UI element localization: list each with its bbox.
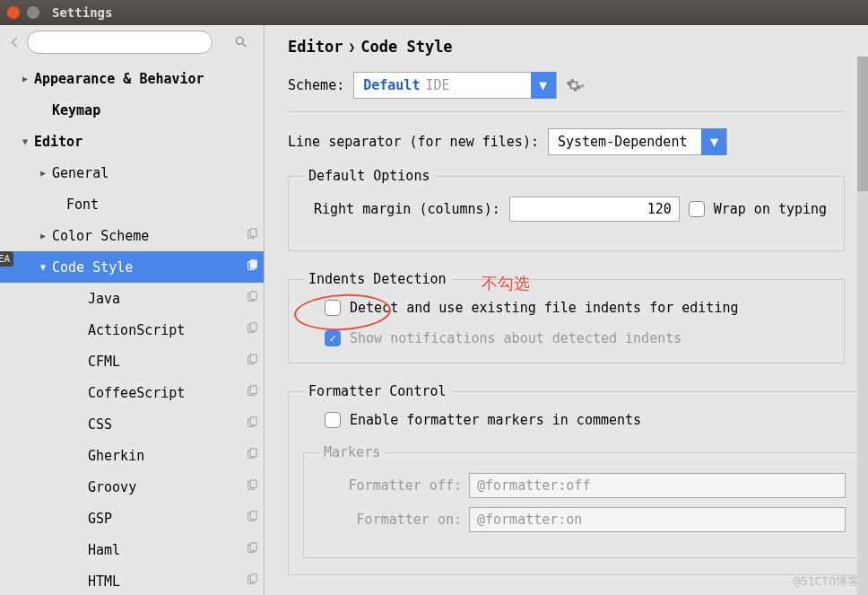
- tree-item-label: Editor: [34, 134, 258, 150]
- minimize-icon[interactable]: [27, 6, 39, 19]
- svg-point-0: [236, 37, 243, 44]
- svg-rect-15: [250, 416, 256, 424]
- tree-item-label: HTML: [88, 573, 246, 590]
- tree-item-java[interactable]: Java: [0, 283, 264, 314]
- search-input[interactable]: [27, 31, 213, 54]
- tree-item-gherkin[interactable]: Gherkin: [0, 440, 264, 471]
- tree-item-label: Code Style: [52, 259, 246, 276]
- chevron-down-icon[interactable]: ▼: [701, 128, 726, 155]
- formatter-off-input: [469, 473, 846, 498]
- search-icon: [235, 36, 247, 48]
- copy-icon: [246, 259, 258, 276]
- scheme-value: Default: [354, 77, 425, 93]
- formatter-off-label: Formatter off:: [318, 477, 462, 494]
- watermark: @51CTO博客: [794, 573, 859, 590]
- show-notifications-label: Show notifications about detected indent…: [350, 330, 681, 346]
- tree-item-general[interactable]: ▶General: [0, 157, 264, 188]
- copy-icon: [246, 479, 258, 495]
- tree-item-coffeescript[interactable]: CoffeeScript: [0, 377, 264, 408]
- right-margin-input[interactable]: [509, 197, 680, 222]
- right-margin-label: Right margin (columns):: [314, 201, 500, 217]
- tree-item-editor[interactable]: ▼Editor: [0, 126, 264, 157]
- tree-item-html[interactable]: HTML: [0, 565, 264, 595]
- ea-tag: EA: [0, 251, 13, 267]
- detect-indents-checkbox[interactable]: [325, 300, 341, 316]
- breadcrumb-parent: Editor: [288, 38, 343, 56]
- tree-item-label: Groovy: [88, 479, 246, 495]
- line-separator-label: Line separator (for new files):: [288, 134, 539, 150]
- tree-item-label: GSP: [88, 511, 246, 527]
- tree-arrow-icon: ▶: [20, 74, 30, 83]
- svg-rect-3: [250, 228, 256, 236]
- tree-item-keymap[interactable]: Keymap: [0, 94, 264, 126]
- tree-item-font[interactable]: Font: [0, 188, 264, 220]
- tree-item-label: Gherkin: [88, 448, 246, 464]
- scroll-thumb[interactable]: [857, 57, 868, 191]
- svg-rect-23: [250, 542, 256, 550]
- tree-item-css[interactable]: CSS: [0, 408, 264, 440]
- detect-indents-label: Detect and use existing file indents for…: [350, 300, 738, 316]
- tree-item-gsp[interactable]: GSP: [0, 503, 264, 534]
- tree-item-label: Haml: [88, 542, 246, 558]
- sidebar: ▶Appearance & BehaviorKeymap▼Editor▶Gene…: [0, 25, 265, 595]
- svg-line-1: [243, 44, 247, 48]
- wrap-on-typing-checkbox[interactable]: [689, 201, 705, 217]
- markers-group: Markers Formatter off: Formatter on:: [303, 444, 861, 558]
- svg-rect-25: [250, 573, 256, 582]
- tree-item-groovy[interactable]: Groovy: [0, 471, 264, 503]
- tree-item-label: CoffeeScript: [88, 385, 246, 401]
- default-options-group: Default Options Right margin (columns): …: [288, 168, 845, 251]
- svg-rect-17: [250, 448, 256, 456]
- enable-formatter-markers-label: Enable formatter markers in comments: [350, 412, 641, 428]
- divider: [288, 111, 845, 112]
- breadcrumb-child: Code Style: [360, 38, 452, 56]
- tree-item-haml[interactable]: Haml: [0, 534, 264, 565]
- tree-item-label: Color Scheme: [52, 228, 246, 244]
- tree-item-color-scheme[interactable]: ▶Color Scheme: [0, 220, 264, 251]
- enable-formatter-markers-checkbox[interactable]: [325, 412, 341, 428]
- svg-rect-7: [250, 291, 256, 299]
- show-notifications-checkbox[interactable]: ✓: [325, 330, 341, 346]
- wrap-on-typing-label: Wrap on typing: [714, 201, 827, 217]
- copy-icon: [246, 291, 258, 307]
- copy-icon: [246, 511, 258, 527]
- settings-tree: ▶Appearance & BehaviorKeymap▼Editor▶Gene…: [0, 59, 264, 595]
- scheme-select[interactable]: Default IDE ▼: [353, 72, 556, 99]
- copy-icon: [246, 448, 258, 464]
- tree-item-label: Font: [66, 197, 258, 213]
- copy-icon: [246, 354, 258, 370]
- tree-item-cfml[interactable]: CFML: [0, 346, 264, 377]
- line-separator-value: System-Dependent: [549, 134, 702, 150]
- formatter-on-input: [469, 507, 846, 532]
- line-separator-select[interactable]: System-Dependent ▼: [548, 128, 728, 155]
- window-title: Settings: [52, 5, 112, 20]
- svg-rect-21: [250, 511, 256, 519]
- default-options-legend: Default Options: [303, 168, 435, 184]
- copy-icon: [246, 573, 258, 590]
- scheme-label: Scheme:: [288, 77, 344, 93]
- copy-icon: [246, 228, 258, 244]
- scrollbar[interactable]: [857, 57, 868, 595]
- indents-detection-group: Indents Detection 不勾选 Detect and use exi…: [288, 271, 845, 363]
- titlebar: Settings: [0, 0, 868, 25]
- breadcrumb: Editor ❯ Code Style: [288, 38, 845, 56]
- copy-icon: [246, 542, 258, 558]
- tree-item-label: CFML: [88, 354, 246, 370]
- gear-icon[interactable]: ▾: [566, 77, 586, 93]
- tree-item-code-style[interactable]: ▼Code Style: [0, 251, 264, 283]
- formatter-on-label: Formatter on:: [318, 512, 462, 528]
- tree-item-label: Java: [88, 291, 246, 307]
- svg-rect-19: [250, 479, 256, 487]
- markers-legend: Markers: [318, 444, 386, 460]
- tree-arrow-icon: ▼: [38, 262, 48, 272]
- tree-arrow-icon: ▼: [20, 136, 30, 146]
- formatter-control-legend: Formatter Control: [303, 383, 452, 399]
- copy-icon: [246, 416, 258, 433]
- tree-item-appearance-behavior[interactable]: ▶Appearance & Behavior: [0, 63, 264, 94]
- main-panel: Editor ❯ Code Style Scheme: Default IDE …: [265, 25, 868, 595]
- back-icon[interactable]: [9, 36, 22, 48]
- copy-icon: [246, 385, 258, 401]
- close-icon[interactable]: [7, 6, 20, 19]
- tree-item-actionscript[interactable]: ActionScript: [0, 314, 264, 346]
- chevron-down-icon[interactable]: ▼: [531, 72, 556, 99]
